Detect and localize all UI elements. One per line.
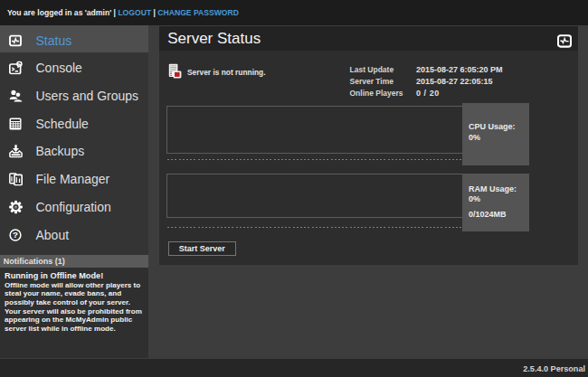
svg-text:?: ? (13, 230, 18, 240)
